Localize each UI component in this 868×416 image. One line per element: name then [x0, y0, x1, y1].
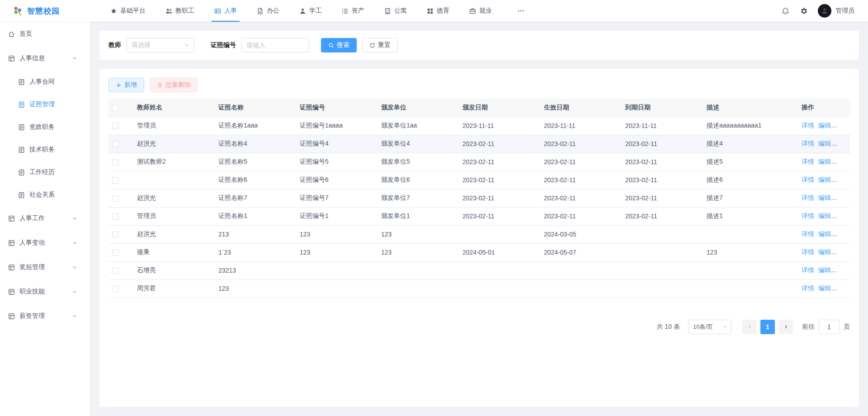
row-action-edit[interactable]: 编辑	[818, 158, 831, 165]
select-all-checkbox[interactable]	[112, 105, 118, 111]
prev-page-button[interactable]	[742, 320, 757, 334]
home-icon	[8, 31, 15, 38]
row-action-edit[interactable]: 编辑	[818, 230, 831, 237]
menu-icon	[8, 288, 15, 295]
row-action-detail[interactable]: 详情	[802, 158, 814, 165]
nav-item-student-affairs[interactable]: 学工	[289, 0, 332, 22]
page-1-button[interactable]: 1	[760, 320, 775, 334]
notification-bell-icon[interactable]	[782, 7, 789, 15]
sidebar-item-hr-info[interactable]: 人事信息	[0, 46, 90, 71]
table-cell	[622, 279, 703, 298]
row-checkbox[interactable]	[112, 195, 118, 202]
next-page-button[interactable]	[778, 320, 793, 334]
page-size-select[interactable]: 10条/页	[688, 320, 731, 334]
sidebar-item-license-management[interactable]: 证照管理	[0, 93, 90, 116]
add-button[interactable]: 新增	[108, 78, 144, 92]
teacher-select[interactable]: 请选择	[127, 38, 194, 52]
table-cell	[703, 225, 798, 243]
row-action-edit[interactable]: 编辑	[818, 194, 831, 201]
row-actions-cell: 详情编辑删除	[798, 189, 850, 207]
user-menu[interactable]: 管理员	[818, 4, 854, 18]
row-checkbox[interactable]	[112, 159, 118, 165]
sidebar-item-hr-work[interactable]: 人事工作	[0, 206, 90, 231]
row-checkbox[interactable]	[112, 268, 118, 274]
row-checkbox[interactable]	[112, 141, 118, 147]
table-cell: 证照名称1aaa	[215, 117, 296, 135]
nav-item-hr[interactable]: 人事	[204, 0, 247, 22]
table-row: 周芳君123详情编辑删除	[108, 279, 850, 298]
nav-item-employment[interactable]: 就业	[459, 0, 502, 22]
row-action-detail[interactable]: 详情	[802, 194, 814, 201]
sidebar-item-work-experience[interactable]: 工作经历	[0, 161, 90, 184]
row-action-detail[interactable]: 详情	[802, 212, 814, 219]
sidebar-item-rewards-punishments[interactable]: 奖惩管理	[0, 255, 90, 279]
row-action-edit[interactable]: 编辑	[818, 212, 831, 219]
row-checkbox[interactable]	[112, 213, 118, 220]
table-cell: 赵洪光	[133, 135, 215, 153]
nav-item-office[interactable]: 办公	[247, 0, 289, 22]
sidebar-item-social-relations[interactable]: 社会关系	[0, 184, 90, 206]
nav-item-apartment[interactable]: 公寓	[374, 0, 417, 22]
search-button[interactable]: 搜索	[321, 38, 357, 52]
row-action-detail[interactable]: 详情	[802, 248, 814, 255]
table-cell	[296, 279, 377, 298]
row-checkbox-cell	[108, 225, 133, 243]
table-cell: 证照编号5	[296, 153, 377, 171]
row-action-detail[interactable]: 详情	[802, 140, 814, 147]
row-checkbox[interactable]	[112, 286, 118, 292]
sidebar-item-hr-contract[interactable]: 人事合同	[0, 71, 90, 93]
row-checkbox[interactable]	[112, 177, 118, 184]
nav-item-base-platform[interactable]: 基础平台	[100, 0, 156, 22]
cert-number-input[interactable]	[241, 38, 309, 52]
nav-more-button[interactable]	[508, 7, 533, 14]
row-action-detail[interactable]: 详情	[802, 284, 814, 292]
sidebar-item-salary-management[interactable]: 薪资管理	[0, 304, 90, 328]
pagination: 共 10 条 10条/页 1 前往 页	[108, 320, 850, 334]
app-logo[interactable]: 智慧校园	[0, 5, 90, 17]
nav-item-staff[interactable]: 教职工	[156, 0, 204, 22]
sidebar-item-label: 奖惩管理	[19, 263, 45, 271]
row-checkbox[interactable]	[112, 250, 118, 256]
row-action-detail[interactable]: 详情	[802, 176, 814, 183]
goto-suffix: 页	[844, 323, 850, 331]
trash-icon	[157, 82, 163, 88]
chevron-left-icon	[747, 324, 752, 329]
row-action-edit[interactable]: 编辑	[818, 176, 831, 183]
column-header: 证照名称	[215, 99, 296, 117]
reset-button[interactable]: 重置	[362, 38, 398, 52]
row-action-edit[interactable]: 编辑	[818, 284, 831, 292]
menu-icon	[8, 55, 15, 62]
table-cell: 管理员	[133, 207, 215, 225]
page-size-value: 10条/页	[693, 323, 713, 331]
doc-icon	[257, 8, 264, 14]
table-cell: 证照名称6	[215, 171, 296, 189]
batch-delete-button-label: 批量删除	[165, 81, 191, 89]
row-action-edit[interactable]: 编辑	[818, 266, 831, 274]
sidebar-item-technical-positions[interactable]: 技术职务	[0, 138, 90, 161]
sidebar-item-party-positions[interactable]: 党政职务	[0, 116, 90, 138]
sidebar-item-hr-changes[interactable]: 人事变动	[0, 231, 90, 255]
goto-page-input[interactable]	[819, 320, 840, 334]
row-actions-cell: 详情编辑删除	[798, 243, 850, 261]
sidebar-item-home[interactable]: 首页	[0, 22, 90, 46]
nav-item-moral-education[interactable]: 德育	[417, 0, 459, 22]
nav-item-assets[interactable]: 资产	[332, 0, 374, 22]
row-action-detail[interactable]: 详情	[802, 230, 814, 237]
batch-delete-button[interactable]: 批量删除	[150, 78, 198, 92]
sidebar-item-vocational-skills[interactable]: 职业技能	[0, 279, 90, 304]
row-action-edit[interactable]: 编辑	[818, 140, 831, 147]
table-cell: 描述7	[703, 189, 798, 207]
row-action-edit[interactable]: 编辑	[818, 122, 831, 129]
row-action-detail[interactable]: 详情	[802, 266, 814, 274]
row-checkbox-cell	[108, 207, 133, 225]
row-checkbox[interactable]	[112, 123, 118, 129]
row-action-detail[interactable]: 详情	[802, 122, 814, 129]
row-action-edit[interactable]: 编辑	[818, 248, 831, 255]
row-actions-cell: 详情编辑删除	[798, 117, 850, 135]
column-header: 生效日期	[540, 99, 622, 117]
menu-icon	[8, 215, 15, 222]
row-checkbox[interactable]	[112, 232, 118, 238]
row-checkbox-cell	[108, 117, 133, 135]
row-actions-cell: 详情编辑删除	[798, 225, 850, 243]
settings-gear-icon[interactable]	[800, 7, 808, 15]
